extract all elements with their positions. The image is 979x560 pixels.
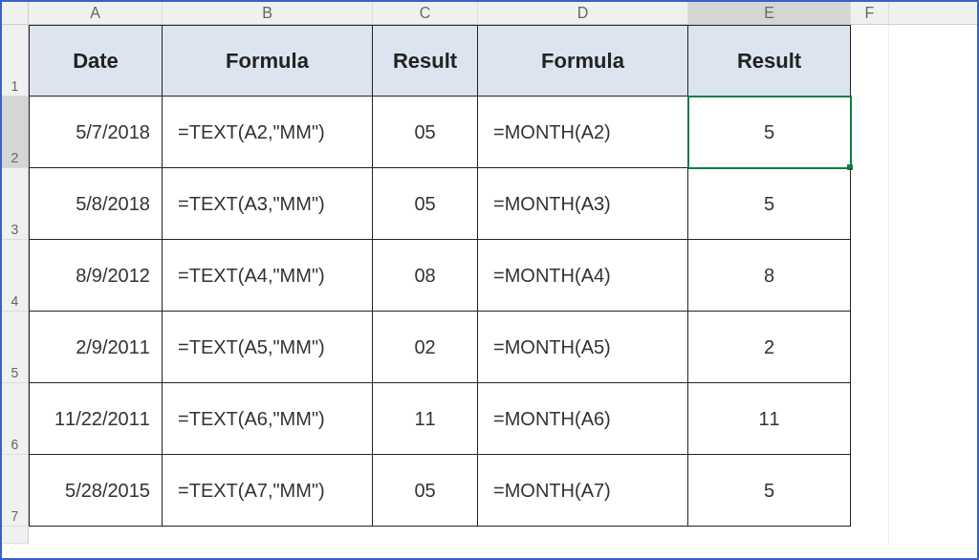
cell-result-month[interactable]: 5 [688,168,851,240]
cell-date[interactable]: 8/9/2012 [29,240,163,312]
cell-A8[interactable] [29,527,163,544]
table-row: 7 5/28/2015 =TEXT(A7,"MM") 05 =MONTH(A7)… [2,455,977,527]
table-row-empty [2,527,977,544]
column-header-row: A B C D E F [2,2,977,25]
cell-F2[interactable] [851,97,889,168]
cell-B8[interactable] [163,527,373,544]
cell-F4[interactable] [851,240,889,312]
cell-D8[interactable] [478,527,688,544]
header-date[interactable]: Date [29,25,163,97]
cell-date[interactable]: 5/8/2018 [29,168,163,240]
cell-F6[interactable] [851,383,889,455]
cell-F5[interactable] [851,312,889,383]
spreadsheet: A B C D E F 1 Date Formula Result Formul… [2,2,977,558]
cell-formula-text[interactable]: =TEXT(A6,"MM") [163,383,373,455]
table-row: 4 8/9/2012 =TEXT(A4,"MM") 08 =MONTH(A4) … [2,240,977,312]
cell-result-month[interactable]: 2 [688,312,851,383]
row-header-1[interactable]: 1 [2,25,29,97]
col-header-E[interactable]: E [688,2,851,24]
grid-body: 1 Date Formula Result Formula Result 2 5… [2,25,977,558]
row-header-3[interactable]: 3 [2,168,29,240]
cell-formula-text[interactable]: =TEXT(A7,"MM") [163,455,373,527]
row-header-7[interactable]: 7 [2,455,29,527]
col-header-B[interactable]: B [163,2,373,24]
cell-result-text[interactable]: 02 [373,312,478,383]
cell-formula-month[interactable]: =MONTH(A3) [478,168,688,240]
select-all-corner[interactable] [2,2,29,24]
cell-result-text[interactable]: 05 [373,97,478,168]
cell-formula-month[interactable]: =MONTH(A2) [478,97,688,168]
cell-formula-month[interactable]: =MONTH(A7) [478,455,688,527]
header-result-1[interactable]: Result [373,25,478,97]
cell-F8[interactable] [851,527,889,544]
row-header-8[interactable] [2,527,29,544]
cell-formula-text[interactable]: =TEXT(A5,"MM") [163,312,373,383]
cell-F7[interactable] [851,455,889,527]
cell-formula-month[interactable]: =MONTH(A4) [478,240,688,312]
cell-formula-text[interactable]: =TEXT(A2,"MM") [163,97,373,168]
cell-date[interactable]: 2/9/2011 [29,312,163,383]
cell-date[interactable]: 11/22/2011 [29,383,163,455]
row-header-6[interactable]: 6 [2,383,29,455]
cell-F1[interactable] [851,25,889,97]
col-header-D[interactable]: D [478,2,688,24]
row-header-5[interactable]: 5 [2,312,29,383]
cell-date[interactable]: 5/28/2015 [29,455,163,527]
col-header-A[interactable]: A [29,2,163,24]
cell-result-month[interactable]: 5 [688,455,851,527]
table-row: 6 11/22/2011 =TEXT(A6,"MM") 11 =MONTH(A6… [2,383,977,455]
row-header-4[interactable]: 4 [2,240,29,312]
header-row-1: 1 Date Formula Result Formula Result [2,25,977,97]
header-formula-2[interactable]: Formula [478,25,688,97]
cell-F3[interactable] [851,168,889,240]
cell-result-month[interactable]: 5 [688,97,851,168]
cell-formula-month[interactable]: =MONTH(A5) [478,312,688,383]
cell-result-text[interactable]: 05 [373,455,478,527]
row-header-2[interactable]: 2 [2,97,29,168]
cell-result-month[interactable]: 11 [688,383,851,455]
cell-date[interactable]: 5/7/2018 [29,97,163,168]
cell-result-text[interactable]: 05 [373,168,478,240]
cell-C8[interactable] [373,527,478,544]
cell-formula-text[interactable]: =TEXT(A3,"MM") [163,168,373,240]
header-result-2[interactable]: Result [688,25,851,97]
col-header-C[interactable]: C [373,2,478,24]
cell-result-text[interactable]: 08 [373,240,478,312]
cell-formula-text[interactable]: =TEXT(A4,"MM") [163,240,373,312]
cell-result-text[interactable]: 11 [373,383,478,455]
header-formula-1[interactable]: Formula [163,25,373,97]
table-row: 5 2/9/2011 =TEXT(A5,"MM") 02 =MONTH(A5) … [2,312,977,383]
cell-formula-month[interactable]: =MONTH(A6) [478,383,688,455]
table-row: 2 5/7/2018 =TEXT(A2,"MM") 05 =MONTH(A2) … [2,97,977,168]
col-header-F[interactable]: F [851,2,889,24]
cell-result-month[interactable]: 8 [688,240,851,312]
cell-E8[interactable] [688,527,851,544]
table-row: 3 5/8/2018 =TEXT(A3,"MM") 05 =MONTH(A3) … [2,168,977,240]
